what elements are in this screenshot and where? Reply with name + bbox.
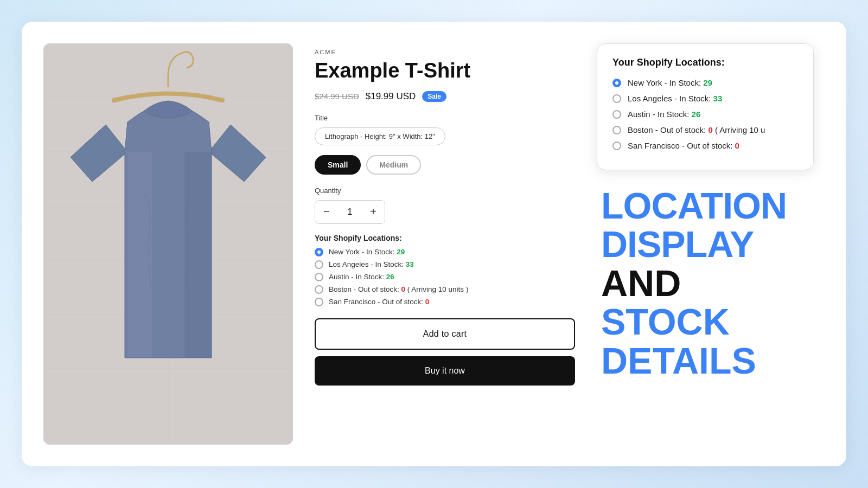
- location-austin-text: Austin - In Stock: 26: [329, 273, 394, 281]
- stock-sf: 0: [425, 298, 430, 306]
- quantity-value: 1: [338, 207, 362, 217]
- location-newyork-text: New York - In Stock: 29: [329, 248, 405, 256]
- radio-sf[interactable]: [315, 298, 323, 306]
- location-la-text: Los Angeles - In Stock: 33: [329, 260, 414, 268]
- quantity-decrease-btn[interactable]: −: [315, 201, 338, 223]
- product-details: ACME Example T-Shirt $24.99 USD $19.99 U…: [293, 43, 597, 386]
- headline-line3: AND: [601, 264, 787, 303]
- floating-card-title: Your Shopify Locations:: [612, 57, 798, 68]
- buy-now-button[interactable]: Buy it now: [315, 356, 575, 386]
- title-option-row: Lithograph - Height: 9" x Width: 12": [315, 127, 575, 145]
- floating-austin-text: Austin - In Stock: 26: [628, 110, 700, 119]
- floating-location-austin: Austin - In Stock: 26: [612, 110, 798, 119]
- floating-location-newyork: New York - In Stock: 29: [612, 78, 798, 87]
- location-item-newyork[interactable]: New York - In Stock: 29: [315, 248, 575, 256]
- floating-radio-newyork[interactable]: [612, 79, 621, 87]
- right-panel: Your Shopify Locations: New York - In St…: [597, 43, 825, 380]
- headline-line2: DISPLAY: [601, 225, 787, 264]
- location-item-sf[interactable]: San Francisco - Out of stock: 0: [315, 298, 575, 306]
- location-sf-text: San Francisco - Out of stock: 0: [329, 298, 429, 306]
- quantity-control: − 1 +: [315, 200, 385, 224]
- stock-austin: 26: [386, 273, 394, 281]
- floating-radio-sf[interactable]: [612, 142, 621, 150]
- original-price: $24.99 USD: [315, 92, 359, 101]
- radio-la[interactable]: [315, 260, 323, 269]
- price-row: $24.99 USD $19.99 USD Sale: [315, 91, 575, 102]
- floating-la-text: Los Angeles - In Stock: 33: [628, 94, 722, 103]
- product-image-section: [43, 43, 293, 445]
- sale-badge: Sale: [422, 91, 446, 102]
- title-option-btn[interactable]: Lithograph - Height: 9" x Width: 12": [315, 127, 445, 145]
- headline-line4: STOCK: [601, 303, 787, 341]
- radio-boston[interactable]: [315, 285, 323, 294]
- title-section-label: Title: [315, 114, 575, 122]
- floating-sf-text: San Francisco - Out of stock: 0: [628, 141, 739, 150]
- radio-austin[interactable]: [315, 273, 323, 281]
- main-card: ACME Example T-Shirt $24.99 USD $19.99 U…: [22, 22, 846, 466]
- size-options-row: Small Medium: [315, 155, 575, 175]
- floating-newyork-text: New York - In Stock: 29: [628, 78, 712, 87]
- brand-label: ACME: [315, 49, 575, 55]
- quantity-section: Quantity − 1 +: [315, 187, 575, 224]
- floating-location-sf: San Francisco - Out of stock: 0: [612, 141, 798, 150]
- locations-title: Your Shopify Locations:: [315, 234, 575, 242]
- location-item-austin[interactable]: Austin - In Stock: 26: [315, 273, 575, 281]
- stock-newyork: 29: [397, 248, 405, 256]
- floating-radio-boston[interactable]: [612, 126, 621, 134]
- sale-price: $19.99 USD: [366, 91, 416, 102]
- stock-la: 33: [406, 260, 414, 268]
- headline-line5: DETAILS: [601, 342, 787, 380]
- quantity-increase-btn[interactable]: +: [362, 201, 385, 223]
- radio-newyork[interactable]: [315, 248, 323, 256]
- action-buttons: Add to cart Buy it now: [315, 318, 575, 386]
- location-item-la[interactable]: Los Angeles - In Stock: 33: [315, 260, 575, 269]
- headline-block: LOCATION DISPLAY AND STOCK DETAILS: [597, 187, 787, 380]
- location-item-boston[interactable]: Boston - Out of stock: 0 ( Arriving 10 u…: [315, 285, 575, 294]
- headline-line1: LOCATION: [601, 187, 787, 225]
- floating-locations-card: Your Shopify Locations: New York - In St…: [597, 43, 814, 170]
- add-to-cart-button[interactable]: Add to cart: [315, 318, 575, 350]
- product-title: Example T-Shirt: [315, 60, 575, 82]
- quantity-label: Quantity: [315, 187, 575, 195]
- floating-location-la: Los Angeles - In Stock: 33: [612, 94, 798, 103]
- size-btn-small[interactable]: Small: [315, 155, 361, 175]
- location-boston-text: Boston - Out of stock: 0 ( Arriving 10 u…: [329, 285, 468, 293]
- floating-radio-austin[interactable]: [612, 110, 621, 119]
- floating-boston-text: Boston - Out of stock: 0 ( Arriving 10 u: [628, 125, 765, 134]
- floating-location-boston: Boston - Out of stock: 0 ( Arriving 10 u: [612, 125, 798, 134]
- locations-section: Your Shopify Locations: New York - In St…: [315, 234, 575, 306]
- size-btn-medium[interactable]: Medium: [366, 155, 421, 175]
- stock-boston: 0: [401, 285, 406, 293]
- floating-radio-la[interactable]: [612, 94, 621, 103]
